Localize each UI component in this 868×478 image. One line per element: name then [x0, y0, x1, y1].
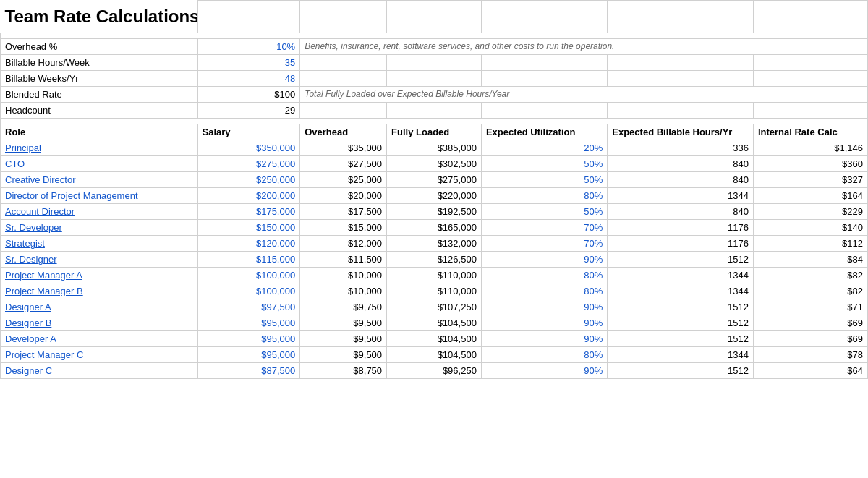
- billable-hrs-cell: 1512: [608, 299, 754, 315]
- rate-calc-cell: $360: [753, 155, 867, 171]
- rate-calc-cell: $140: [753, 219, 867, 235]
- utilization-cell: 90%: [481, 299, 607, 315]
- fully-loaded-cell: $110,000: [387, 267, 482, 283]
- rate-calc-cell: $69: [753, 315, 867, 330]
- salary-cell: $95,000: [197, 346, 300, 362]
- table-row: Principal$350,000$35,000$385,00020%336$1…: [1, 140, 868, 155]
- rate-calc-cell: $327: [753, 171, 867, 187]
- billable-hrs-cell: 1176: [608, 219, 754, 235]
- overhead-cell: $10,000: [300, 267, 387, 283]
- role-cell[interactable]: Project Manager C: [1, 346, 198, 362]
- headcount-label: Headcount: [1, 102, 198, 118]
- table-row: Director of Project Management$200,000$2…: [1, 187, 868, 203]
- rate-calc-cell: $78: [753, 346, 867, 362]
- role-cell[interactable]: Sr. Developer: [1, 219, 198, 235]
- header-fully-loaded: Fully Loaded: [387, 124, 482, 140]
- role-cell[interactable]: Strategist: [1, 235, 198, 251]
- table-row: Developer A$95,000$9,500$104,50090%1512$…: [1, 330, 868, 346]
- salary-cell: $120,000: [197, 235, 300, 251]
- overhead-cell: $8,750: [300, 362, 387, 378]
- billable-hrs-cell: 840: [608, 155, 754, 171]
- role-cell[interactable]: Designer B: [1, 315, 198, 330]
- role-cell[interactable]: Director of Project Management: [1, 187, 198, 203]
- title-row: Team Rate Calculations: [1, 1, 868, 33]
- role-cell[interactable]: Account Director: [1, 203, 198, 219]
- headcount-value: 29: [197, 102, 300, 118]
- billable-hrs-cell: 1512: [608, 251, 754, 267]
- billable-hrs-cell: 840: [608, 171, 754, 187]
- salary-cell: $350,000: [197, 140, 300, 155]
- rate-calc-cell: $229: [753, 203, 867, 219]
- overhead-label: Overhead %: [1, 38, 198, 54]
- overhead-cell: $25,000: [300, 171, 387, 187]
- fully-loaded-cell: $165,000: [387, 219, 482, 235]
- salary-cell: $95,000: [197, 315, 300, 330]
- table-row: Designer B$95,000$9,500$104,50090%1512$6…: [1, 315, 868, 330]
- billable-hrs-cell: 1512: [608, 315, 754, 330]
- billable-hours-row: Billable Hours/Week 35: [1, 54, 868, 70]
- fully-loaded-cell: $107,250: [387, 299, 482, 315]
- header-overhead: Overhead: [300, 124, 387, 140]
- role-cell[interactable]: Developer A: [1, 330, 198, 346]
- salary-cell: $250,000: [197, 171, 300, 187]
- billable-hrs-cell: 840: [608, 203, 754, 219]
- blended-rate-value: $100: [197, 86, 300, 102]
- role-cell[interactable]: Project Manager A: [1, 267, 198, 283]
- header-billable-hrs: Expected Billable Hours/Yr: [608, 124, 754, 140]
- rate-calc-cell: $71: [753, 299, 867, 315]
- billable-hrs-cell: 1344: [608, 187, 754, 203]
- role-cell[interactable]: CTO: [1, 155, 198, 171]
- rate-calc-cell: $1,146: [753, 140, 867, 155]
- overhead-cell: $35,000: [300, 140, 387, 155]
- utilization-cell: 80%: [481, 283, 607, 299]
- blended-rate-label: Blended Rate: [1, 86, 198, 102]
- utilization-cell: 50%: [481, 155, 607, 171]
- billable-hrs-cell: 1344: [608, 267, 754, 283]
- overhead-cell: $9,500: [300, 346, 387, 362]
- rate-calc-cell: $112: [753, 235, 867, 251]
- blended-rate-row: Blended Rate $100 Total Fully Loaded ove…: [1, 86, 868, 102]
- rate-calc-cell: $64: [753, 362, 867, 378]
- fully-loaded-cell: $104,500: [387, 330, 482, 346]
- spreadsheet-container: Team Rate Calculations Overhead % 10% Be…: [0, 0, 868, 379]
- role-cell[interactable]: Creative Director: [1, 171, 198, 187]
- rate-calc-cell: $84: [753, 251, 867, 267]
- role-cell[interactable]: Principal: [1, 140, 198, 155]
- fully-loaded-cell: $104,500: [387, 315, 482, 330]
- billable-weeks-row: Billable Weeks/Yr 48: [1, 70, 868, 86]
- rate-calc-cell: $82: [753, 267, 867, 283]
- billable-weeks-label: Billable Weeks/Yr: [1, 70, 198, 86]
- salary-cell: $200,000: [197, 187, 300, 203]
- billable-weeks-value: 48: [197, 70, 300, 86]
- billable-hrs-cell: 1344: [608, 283, 754, 299]
- overhead-note: Benefits, insurance, rent, software serv…: [300, 38, 868, 54]
- spacer-row-2: [1, 118, 868, 124]
- header-utilization: Expected Utilization: [481, 124, 607, 140]
- utilization-cell: 80%: [481, 346, 607, 362]
- fully-loaded-cell: $302,500: [387, 155, 482, 171]
- utilization-cell: 70%: [481, 235, 607, 251]
- role-cell[interactable]: Sr. Designer: [1, 251, 198, 267]
- role-cell[interactable]: Designer A: [1, 299, 198, 315]
- fully-loaded-cell: $110,000: [387, 283, 482, 299]
- role-cell[interactable]: Designer C: [1, 362, 198, 378]
- overhead-value: 10%: [197, 38, 300, 54]
- salary-cell: $100,000: [197, 283, 300, 299]
- spacer-row-1: [1, 33, 868, 38]
- overhead-cell: $9,750: [300, 299, 387, 315]
- billable-hrs-cell: 1176: [608, 235, 754, 251]
- overhead-cell: $9,500: [300, 330, 387, 346]
- table-row: Project Manager A$100,000$10,000$110,000…: [1, 267, 868, 283]
- utilization-cell: 90%: [481, 315, 607, 330]
- role-cell[interactable]: Project Manager B: [1, 283, 198, 299]
- table-row: Sr. Designer$115,000$11,500$126,50090%15…: [1, 251, 868, 267]
- overhead-cell: $11,500: [300, 251, 387, 267]
- table-row: Sr. Developer$150,000$15,000$165,00070%1…: [1, 219, 868, 235]
- salary-cell: $115,000: [197, 251, 300, 267]
- header-role: Role: [1, 124, 198, 140]
- utilization-cell: 50%: [481, 171, 607, 187]
- billable-hours-label: Billable Hours/Week: [1, 54, 198, 70]
- header-salary: Salary: [197, 124, 300, 140]
- table-row: Project Manager C$95,000$9,500$104,50080…: [1, 346, 868, 362]
- table-row: CTO$275,000$27,500$302,50050%840$360: [1, 155, 868, 171]
